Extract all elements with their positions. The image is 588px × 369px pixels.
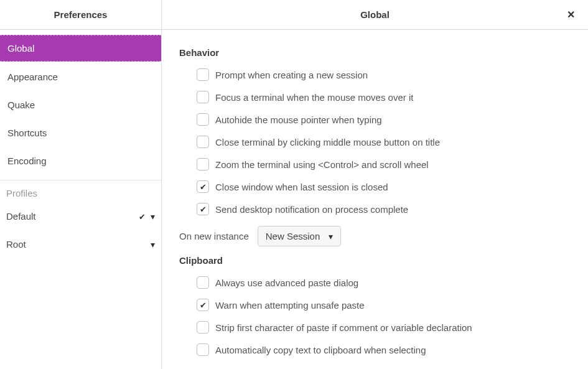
behavior-title: Behavior	[179, 47, 571, 58]
checkbox[interactable]	[197, 68, 209, 81]
profile-item-root[interactable]: Root	[0, 230, 161, 258]
content-panel: Behavior Prompt when creating a new sess…	[162, 30, 588, 369]
clipboard-group: Always use advanced paste dialog Warn wh…	[179, 272, 571, 360]
check-icon	[139, 211, 146, 222]
clipboard-title: Clipboard	[179, 255, 571, 266]
sidebar-item-label: Encoding	[7, 156, 47, 166]
profile-label: Root	[6, 239, 26, 250]
checkbox[interactable]	[197, 299, 209, 311]
checkbox[interactable]	[197, 180, 209, 193]
sidebar: Global Appearance Quake Shortcuts Encodi…	[0, 30, 162, 369]
profile-icons	[139, 211, 155, 222]
sidebar-item-label: Global	[7, 43, 34, 54]
opt-prompt-new-session[interactable]: Prompt when creating a new session	[197, 64, 571, 85]
opt-ctrl-scroll-zoom[interactable]: Zoom the terminal using <Control> and sc…	[197, 154, 571, 175]
opt-label: Autohide the mouse pointer when typing	[215, 114, 382, 125]
checkbox[interactable]	[197, 91, 209, 103]
checkbox[interactable]	[197, 136, 209, 148]
opt-label: Close terminal by clicking middle mouse …	[215, 137, 440, 147]
close-button[interactable]: ✕	[563, 7, 578, 22]
title-bar: Preferences Global ✕	[0, 0, 588, 30]
sidebar-item-label: Shortcuts	[7, 128, 47, 138]
opt-label: Automatically copy text to clipboard whe…	[215, 345, 426, 355]
opt-label: Always use advanced paste dialog	[215, 278, 358, 288]
checkbox[interactable]	[197, 158, 209, 170]
behavior-group: Prompt when creating a new session Focus…	[179, 64, 571, 250]
checkbox[interactable]	[197, 343, 209, 356]
profile-item-default[interactable]: Default	[0, 202, 161, 230]
profiles-header: Profiles	[0, 180, 161, 202]
sidebar-item-appearance[interactable]: Appearance	[0, 64, 161, 90]
checkbox[interactable]	[197, 321, 209, 334]
opt-label: Zoom the terminal using <Control> and sc…	[215, 159, 429, 170]
opt-label: Focus a terminal when the mouse moves ov…	[215, 92, 413, 103]
on-new-instance-row: On new instance New Session	[179, 226, 571, 246]
profiles-header-label: Profiles	[6, 188, 37, 199]
profile-label: Default	[6, 211, 36, 222]
sidebar-item-quake[interactable]: Quake	[0, 92, 161, 118]
opt-close-window-last-session[interactable]: Close window when last session is closed	[197, 176, 571, 197]
body: Global Appearance Quake Shortcuts Encodi…	[0, 30, 588, 369]
checkbox[interactable]	[197, 276, 209, 289]
opt-auto-copy-on-select[interactable]: Automatically copy text to clipboard whe…	[197, 339, 571, 360]
on-new-instance-label: On new instance	[179, 231, 249, 241]
sidebar-item-label: Quake	[7, 100, 35, 110]
opt-label: Send desktop notification on process com…	[215, 204, 408, 215]
on-new-instance-select[interactable]: New Session	[258, 226, 342, 246]
panel-title-area: Global ✕	[162, 0, 588, 29]
preferences-title: Preferences	[54, 9, 108, 20]
sidebar-item-global[interactable]: Global	[0, 35, 161, 62]
opt-label: Strip first character of paste if commen…	[215, 322, 472, 333]
sidebar-title: Preferences	[0, 0, 162, 29]
sidebar-item-label: Appearance	[7, 72, 58, 82]
opt-autohide-pointer[interactable]: Autohide the mouse pointer when typing	[197, 109, 571, 130]
sidebar-item-shortcuts[interactable]: Shortcuts	[0, 120, 161, 146]
opt-focus-on-hover[interactable]: Focus a terminal when the mouse moves ov…	[197, 86, 571, 108]
opt-strip-first-char[interactable]: Strip first character of paste if commen…	[197, 317, 571, 338]
chevron-down-icon[interactable]	[151, 239, 155, 250]
chevron-down-icon	[329, 231, 333, 241]
opt-middle-click-close[interactable]: Close terminal by clicking middle mouse …	[197, 131, 571, 152]
checkbox[interactable]	[197, 113, 209, 126]
sidebar-item-encoding[interactable]: Encoding	[0, 148, 161, 174]
checkbox[interactable]	[197, 203, 209, 215]
chevron-down-icon[interactable]	[151, 211, 155, 222]
opt-desktop-notification[interactable]: Send desktop notification on process com…	[197, 199, 571, 220]
opt-label: Prompt when creating a new session	[215, 70, 368, 80]
opt-label: Warn when attempting unsafe paste	[215, 300, 365, 311]
profile-icons	[151, 239, 155, 250]
opt-label: Close window when last session is closed	[215, 182, 388, 192]
select-value: New Session	[266, 231, 320, 241]
close-icon: ✕	[567, 9, 575, 21]
panel-title: Global	[360, 9, 390, 20]
opt-advanced-paste-dialog[interactable]: Always use advanced paste dialog	[197, 272, 571, 293]
opt-warn-unsafe-paste[interactable]: Warn when attempting unsafe paste	[197, 294, 571, 315]
